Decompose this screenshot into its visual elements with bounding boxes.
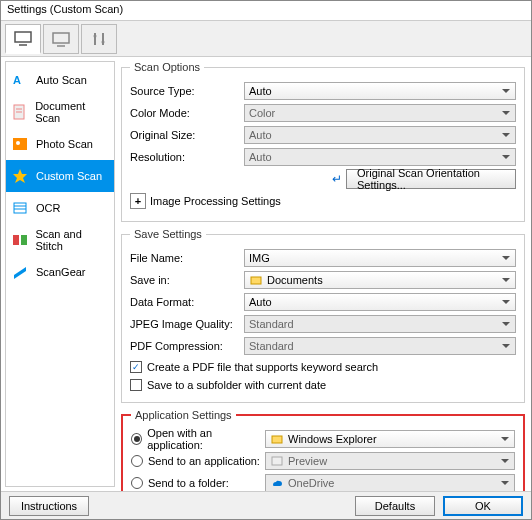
orientation-settings-button[interactable]: Original Scan Orientation Settings... bbox=[346, 169, 516, 189]
pdf-compression-select[interactable]: Standard bbox=[244, 337, 516, 355]
file-name-input[interactable]: IMG bbox=[244, 249, 516, 267]
send-folder-select[interactable]: OneDrive bbox=[265, 474, 515, 491]
original-size-select[interactable]: Auto bbox=[244, 126, 516, 144]
save-in-label: Save in: bbox=[130, 274, 240, 286]
save-settings-group: Save Settings File Name: IMG Save in: Do… bbox=[121, 228, 525, 403]
svg-rect-22 bbox=[272, 457, 282, 465]
sidebar-item-auto-scan[interactable]: A Auto Scan bbox=[6, 64, 114, 96]
scan-type-sidebar: A Auto Scan Document Scan Photo Scan Cus… bbox=[5, 61, 115, 487]
file-name-label: File Name: bbox=[130, 252, 240, 264]
star-icon bbox=[10, 166, 30, 186]
sidebar-item-ocr[interactable]: OCR bbox=[6, 192, 114, 224]
source-type-select[interactable]: Auto bbox=[244, 82, 516, 100]
sidebar-item-scangear[interactable]: ScanGear bbox=[6, 256, 114, 288]
preview-icon bbox=[270, 454, 284, 468]
svg-text:A: A bbox=[13, 74, 21, 86]
svg-rect-21 bbox=[272, 436, 282, 443]
tools-icon bbox=[91, 31, 107, 47]
open-app-radio[interactable]: Open with an application: bbox=[131, 430, 261, 448]
monitor-icon bbox=[13, 30, 33, 46]
svg-point-7 bbox=[102, 40, 105, 43]
svg-point-13 bbox=[16, 141, 20, 145]
defaults-button[interactable]: Defaults bbox=[355, 496, 435, 516]
sidebar-item-scan-stitch[interactable]: Scan and Stitch bbox=[6, 224, 114, 256]
sidebar-item-photo-scan[interactable]: Photo Scan bbox=[6, 128, 114, 160]
sidebar-item-label: Scan and Stitch bbox=[35, 228, 110, 252]
send-folder-radio[interactable]: Send to a folder: bbox=[131, 474, 261, 491]
data-format-select[interactable]: Auto bbox=[244, 293, 516, 311]
pdf-compression-label: PDF Compression: bbox=[130, 340, 240, 352]
explorer-icon bbox=[270, 432, 284, 446]
svg-point-6 bbox=[94, 34, 97, 37]
jpeg-quality-select[interactable]: Standard bbox=[244, 315, 516, 333]
sidebar-item-document-scan[interactable]: Document Scan bbox=[6, 96, 114, 128]
document-icon bbox=[10, 102, 29, 122]
svg-rect-18 bbox=[13, 235, 19, 245]
scan-options-legend: Scan Options bbox=[130, 61, 204, 73]
svg-rect-19 bbox=[21, 235, 27, 245]
tab-scan-from-panel[interactable] bbox=[43, 24, 79, 54]
sidebar-item-label: Custom Scan bbox=[36, 170, 102, 182]
folder-icon bbox=[249, 273, 263, 287]
stitch-icon bbox=[10, 230, 29, 250]
svg-marker-14 bbox=[13, 169, 27, 183]
auto-icon: A bbox=[10, 70, 30, 90]
sidebar-item-custom-scan[interactable]: Custom Scan bbox=[6, 160, 114, 192]
color-mode-select[interactable]: Color bbox=[244, 104, 516, 122]
ok-button[interactable]: OK bbox=[443, 496, 523, 516]
pdf-keyword-checkbox[interactable]: ✓ Create a PDF file that supports keywor… bbox=[130, 358, 516, 376]
scanner-icon bbox=[10, 262, 30, 282]
svg-rect-20 bbox=[251, 277, 261, 284]
open-app-select[interactable]: Windows Explorer bbox=[265, 430, 515, 448]
original-size-label: Original Size: bbox=[130, 129, 240, 141]
send-app-radio[interactable]: Send to an application: bbox=[131, 452, 261, 470]
resolution-label: Resolution: bbox=[130, 151, 240, 163]
application-settings-group: Application Settings Open with an applic… bbox=[121, 409, 525, 491]
checkbox-checked-icon: ✓ bbox=[130, 361, 142, 373]
instructions-button[interactable]: Instructions bbox=[9, 496, 89, 516]
color-mode-label: Color Mode: bbox=[130, 107, 240, 119]
expand-image-processing-button[interactable]: + bbox=[130, 193, 146, 209]
save-in-select[interactable]: Documents bbox=[244, 271, 516, 289]
radio-on-icon bbox=[131, 433, 142, 445]
svg-rect-0 bbox=[15, 32, 31, 42]
monitor-alt-icon bbox=[51, 31, 71, 47]
tab-general-settings[interactable] bbox=[81, 24, 117, 54]
scan-options-group: Scan Options Source Type: Auto Color Mod… bbox=[121, 61, 525, 222]
svg-rect-15 bbox=[14, 203, 26, 213]
source-type-label: Source Type: bbox=[130, 85, 240, 97]
resolution-select[interactable]: Auto bbox=[244, 148, 516, 166]
sidebar-item-label: ScanGear bbox=[36, 266, 86, 278]
application-settings-legend: Application Settings bbox=[131, 409, 236, 421]
radio-off-icon bbox=[131, 455, 143, 467]
sidebar-item-label: Document Scan bbox=[35, 100, 110, 124]
window-title: Settings (Custom Scan) bbox=[1, 1, 531, 21]
svg-rect-12 bbox=[13, 138, 27, 150]
return-arrow-icon: ↵ bbox=[332, 172, 342, 186]
tab-scan-from-computer[interactable] bbox=[5, 24, 41, 54]
send-app-select[interactable]: Preview bbox=[265, 452, 515, 470]
checkbox-unchecked-icon bbox=[130, 379, 142, 391]
save-settings-legend: Save Settings bbox=[130, 228, 206, 240]
top-tabs bbox=[1, 21, 531, 57]
image-processing-label: Image Processing Settings bbox=[150, 195, 281, 207]
jpeg-quality-label: JPEG Image Quality: bbox=[130, 318, 240, 330]
sidebar-item-label: Photo Scan bbox=[36, 138, 93, 150]
data-format-label: Data Format: bbox=[130, 296, 240, 308]
subfolder-date-checkbox[interactable]: Save to a subfolder with current date bbox=[130, 376, 516, 394]
svg-rect-2 bbox=[53, 33, 69, 43]
sidebar-item-label: Auto Scan bbox=[36, 74, 87, 86]
photo-icon bbox=[10, 134, 30, 154]
ocr-icon bbox=[10, 198, 30, 218]
sidebar-item-label: OCR bbox=[36, 202, 60, 214]
radio-off-icon bbox=[131, 477, 143, 489]
onedrive-icon bbox=[270, 476, 284, 490]
